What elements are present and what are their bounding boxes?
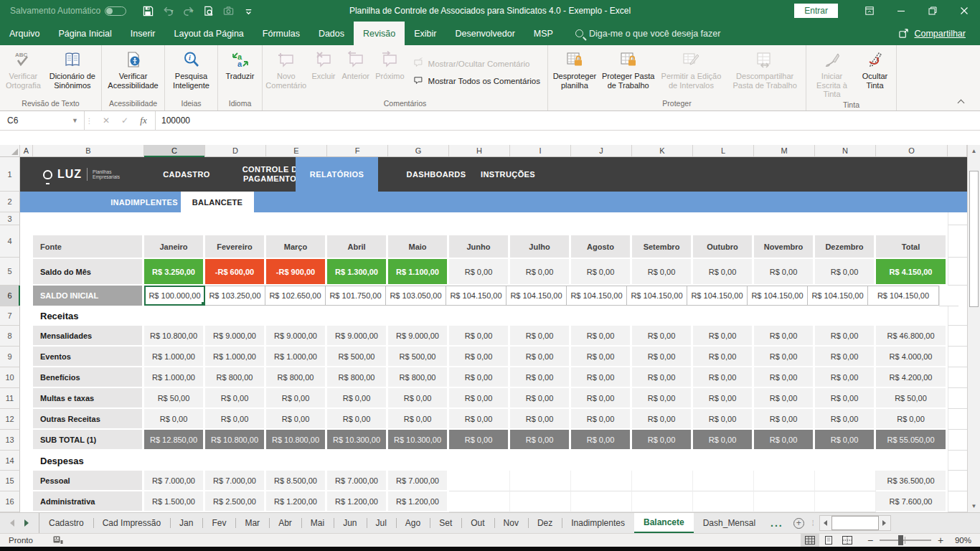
- cell-m13[interactable]: R$ 0,00: [754, 430, 813, 449]
- header-cell-maio[interactable]: Maio: [388, 235, 447, 258]
- cell-f15[interactable]: R$ 7.000,00: [327, 471, 386, 490]
- row-header-7[interactable]: 7: [0, 306, 20, 326]
- cell-f11[interactable]: R$ 0,00: [327, 388, 386, 408]
- row-header-16[interactable]: 16: [0, 491, 20, 512]
- cell-e11[interactable]: R$ 0,00: [266, 388, 325, 408]
- cell-j9[interactable]: R$ 0,00: [571, 347, 630, 366]
- cell-e5[interactable]: -R$ 900,00: [266, 259, 325, 284]
- cell-m6[interactable]: R$ 104.150,00: [747, 286, 808, 306]
- cell-m8[interactable]: R$ 0,00: [754, 326, 813, 345]
- cell-h12[interactable]: R$ 0,00: [449, 409, 508, 428]
- ribbon-display-options-icon[interactable]: [854, 0, 885, 22]
- cell-e6[interactable]: R$ 102.650,00: [265, 286, 326, 306]
- sheet-tab-jun[interactable]: Jun: [334, 513, 366, 533]
- cell-d11[interactable]: R$ 0,00: [205, 388, 264, 408]
- header-cell-marco[interactable]: Março: [266, 235, 325, 258]
- row-label-mensalidades[interactable]: Mensalidades: [33, 326, 142, 345]
- cell-k11[interactable]: R$ 0,00: [632, 388, 691, 408]
- cell-g8[interactable]: R$ 9.000,00: [388, 326, 447, 345]
- more-sheets-ellipsis[interactable]: ...: [765, 513, 789, 533]
- sheet-tab-inadimplentes[interactable]: Inadimplentes: [562, 513, 634, 533]
- proteger-pasta-de-trabalho-button[interactable]: Proteger Pasta de Trabalho: [600, 47, 657, 98]
- row-header-14[interactable]: 14: [0, 451, 20, 471]
- mostrar-todos-os-comentarios-button[interactable]: Mostrar Todos os Comentários: [413, 75, 540, 87]
- zoom-in-icon[interactable]: +: [937, 534, 944, 546]
- header-cell-novembro[interactable]: Novembro: [754, 235, 813, 258]
- select-all-corner[interactable]: [0, 145, 20, 156]
- cell-h15[interactable]: [449, 471, 510, 491]
- cell-h16[interactable]: [449, 491, 510, 512]
- cell-k12[interactable]: R$ 0,00: [632, 409, 691, 428]
- tell-me-search[interactable]: Diga-me o que você deseja fazer: [575, 22, 720, 45]
- page-break-preview-icon[interactable]: [838, 534, 857, 547]
- menu-tab-exibir[interactable]: Exibir: [405, 22, 446, 45]
- column-header-k[interactable]: K: [632, 145, 693, 156]
- cell-c13[interactable]: R$ 12.850,00: [144, 430, 203, 449]
- cell-d15[interactable]: R$ 7.000,00: [205, 471, 264, 490]
- cell-h9[interactable]: R$ 0,00: [449, 347, 508, 366]
- ocultar-tinta-button[interactable]: Ocultar Tinta: [856, 47, 895, 99]
- cell-i6[interactable]: R$ 104.150,00: [506, 286, 567, 306]
- row-header-5[interactable]: 5: [0, 258, 20, 286]
- zoom-level[interactable]: 90%: [950, 536, 971, 545]
- subnav-tab-balancete[interactable]: BALANCETE: [181, 192, 254, 212]
- cell-n11[interactable]: R$ 0,00: [815, 388, 874, 408]
- cell-l13[interactable]: R$ 0,00: [693, 430, 752, 449]
- cell-e12[interactable]: R$ 0,00: [266, 409, 325, 428]
- restore-icon[interactable]: [917, 0, 948, 22]
- sheet-tab-jul[interactable]: Jul: [367, 513, 396, 533]
- cell-j16[interactable]: [571, 491, 632, 512]
- column-header-n[interactable]: N: [815, 145, 876, 156]
- cell-j10[interactable]: R$ 0,00: [571, 367, 630, 387]
- cell-o8[interactable]: R$ 46.800,00: [876, 326, 946, 345]
- row-label-multas-e-taxas[interactable]: Multas e taxas: [33, 388, 142, 408]
- cell-o15[interactable]: R$ 36.500,00: [876, 471, 946, 490]
- pesquisa-inteligente-button[interactable]: iPesquisa Inteligente: [167, 47, 216, 98]
- cell-c12[interactable]: R$ 0,00: [144, 409, 203, 428]
- traduzir-button[interactable]: aaTraduzir: [220, 47, 260, 98]
- cell-k8[interactable]: R$ 0,00: [632, 326, 691, 345]
- cell-j6[interactable]: R$ 104.150,00: [566, 286, 627, 306]
- header-cell-junho[interactable]: Junho: [449, 235, 508, 258]
- sheet-tab-dash-mensal[interactable]: Dash_Mensal: [694, 513, 765, 533]
- cell-h8[interactable]: R$ 0,00: [449, 326, 508, 345]
- row-label-pessoal[interactable]: Pessoal: [33, 471, 142, 490]
- cell-d10[interactable]: R$ 800,00: [205, 367, 264, 387]
- desproteger-planilha-button[interactable]: Desproteger planilha: [550, 47, 600, 98]
- sheet-tab-fev[interactable]: Fev: [202, 513, 235, 533]
- cell-k5[interactable]: R$ 0,00: [632, 259, 691, 284]
- cell-l6[interactable]: R$ 104.150,00: [687, 286, 748, 306]
- cell-n8[interactable]: R$ 0,00: [815, 326, 874, 345]
- cell-i16[interactable]: [510, 491, 571, 512]
- row-label-saldo-do-mes[interactable]: Saldo do Mês: [33, 259, 142, 284]
- menu-tab-arquivo[interactable]: Arquivo: [0, 22, 49, 45]
- row-header-8[interactable]: 8: [0, 326, 20, 347]
- column-header-c[interactable]: C: [144, 145, 205, 156]
- cell-o9[interactable]: R$ 4.000,00: [876, 347, 946, 366]
- header-cell-total[interactable]: Total: [876, 235, 946, 258]
- cell-h5[interactable]: R$ 0,00: [449, 259, 508, 284]
- name-box[interactable]: C6 ▼: [0, 111, 85, 130]
- name-box-dropdown-icon[interactable]: ▼: [72, 117, 78, 124]
- sheet-tab-abr[interactable]: Abr: [269, 513, 301, 533]
- cell-n13[interactable]: R$ 0,00: [815, 430, 874, 449]
- cell-f16[interactable]: R$ 1.200,00: [327, 491, 386, 511]
- cell-o5[interactable]: R$ 4.150,00: [876, 259, 946, 284]
- cell-l11[interactable]: R$ 0,00: [693, 388, 752, 408]
- sheet-tab-dez[interactable]: Dez: [528, 513, 562, 533]
- row-header-15[interactable]: 15: [0, 471, 20, 491]
- cell-e13[interactable]: R$ 10.800,00: [266, 430, 325, 449]
- cell-f12[interactable]: R$ 0,00: [327, 409, 386, 428]
- cell-l9[interactable]: R$ 0,00: [693, 347, 752, 366]
- cell-m5[interactable]: R$ 0,00: [754, 259, 813, 284]
- verificar-acessibilidade-button[interactable]: Verificar Acessibilidade: [103, 47, 163, 98]
- cell-g15[interactable]: R$ 7.000,00: [388, 471, 447, 490]
- menu-tab-inserir[interactable]: Inserir: [121, 22, 165, 45]
- column-header-a[interactable]: A: [20, 145, 33, 156]
- header-cell-fevereiro[interactable]: Fevereiro: [205, 235, 264, 258]
- column-header-o[interactable]: O: [876, 145, 948, 156]
- cell-d6[interactable]: R$ 103.250,00: [204, 286, 265, 306]
- sheet-tab-jan[interactable]: Jan: [170, 513, 202, 533]
- cell-c9[interactable]: R$ 1.000,00: [144, 347, 203, 366]
- save-icon[interactable]: [139, 3, 156, 19]
